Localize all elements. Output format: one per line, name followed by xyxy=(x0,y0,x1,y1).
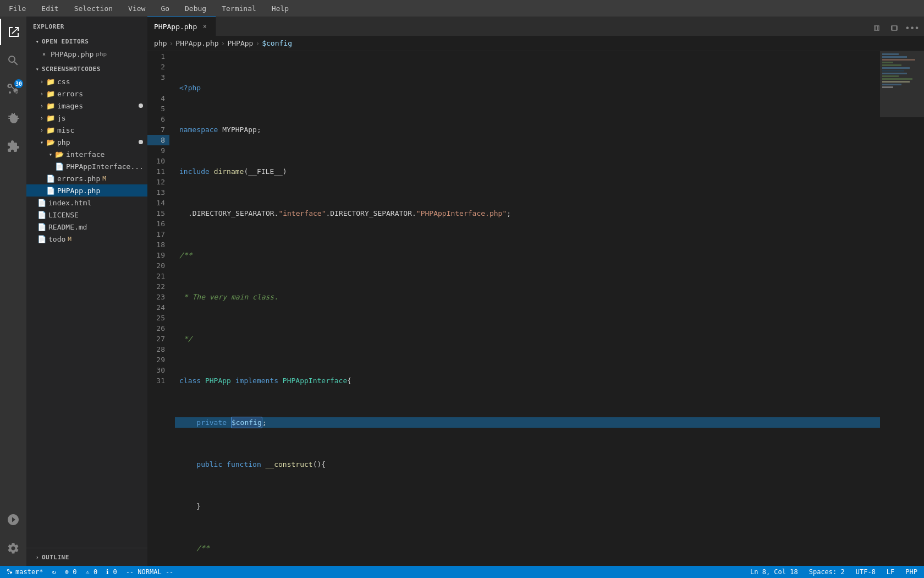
explorer-section: EXPLORER ▾ OPEN EDITORS × PHPApp.php php… xyxy=(26,17,147,249)
breadcrumb-filename[interactable]: PHPApp.php xyxy=(175,39,218,47)
code-line-9: public function __construct(){ xyxy=(175,459,880,470)
folder-errors[interactable]: › 📁 errors xyxy=(26,88,147,100)
tab-bar: PHPApp.php × ••• xyxy=(147,17,924,36)
code-line-6: */ xyxy=(175,334,880,344)
editor-area: PHPApp.php × ••• php › PHPApp.php › PHP xyxy=(147,17,924,566)
sync-button[interactable]: ↻ xyxy=(50,566,58,578)
file-icon: 📄 xyxy=(37,223,46,231)
open-file-phpapp[interactable]: × PHPApp.php php xyxy=(26,48,147,60)
debug-icon[interactable] xyxy=(0,105,26,131)
tab-close-button[interactable]: × xyxy=(200,22,209,31)
file-phpapp-php[interactable]: 📄 PHPApp.php xyxy=(26,184,147,197)
folder-images[interactable]: › 📁 images xyxy=(26,100,147,112)
menu-terminal[interactable]: Terminal xyxy=(218,3,260,14)
folder-icon: 📁 xyxy=(46,126,55,134)
toggle-sidebar-icon[interactable] xyxy=(887,20,902,36)
info-text: ℹ 0 xyxy=(106,568,117,576)
errors-chevron: › xyxy=(37,89,46,98)
warnings-count[interactable]: ⚠ 0 xyxy=(84,566,100,578)
warnings-text: ⚠ 0 xyxy=(86,568,98,576)
sidebar-spacer xyxy=(26,249,147,548)
menu-debug[interactable]: Debug xyxy=(182,3,210,14)
outline-title[interactable]: › OUTLINE xyxy=(26,550,147,564)
folder-css[interactable]: › 📁 css xyxy=(26,75,147,88)
source-control-icon[interactable]: 30 xyxy=(0,76,26,102)
interface-chevron: ▾ xyxy=(46,150,55,159)
open-editors-title[interactable]: ▾ OPEN EDITORS xyxy=(26,32,147,48)
remote-icon[interactable] xyxy=(0,506,26,533)
breadcrumb-member[interactable]: $config xyxy=(262,39,292,47)
folder-js[interactable]: › 📁 js xyxy=(26,112,147,124)
activity-bottom xyxy=(0,506,26,566)
more-actions-icon[interactable]: ••• xyxy=(904,20,920,36)
folder-interface[interactable]: ▾ 📂 interface xyxy=(26,148,147,160)
encoding[interactable]: UTF-8 xyxy=(854,566,878,578)
line-ending[interactable]: LF xyxy=(884,566,897,578)
file-phpappinterface[interactable]: 📄 PHPAppInterface... xyxy=(26,160,147,172)
file-errors-php[interactable]: 📄 errors.php M xyxy=(26,172,147,184)
code-line-3b: .DIRECTORY_SEPARATOR."interface".DIRECTO… xyxy=(175,208,880,219)
language-mode[interactable]: PHP xyxy=(903,566,920,578)
file-index-html[interactable]: 📄 index.html xyxy=(26,197,147,209)
info-count[interactable]: ℹ 0 xyxy=(104,566,119,578)
explorer-icon[interactable] xyxy=(0,19,26,45)
menu-view[interactable]: View xyxy=(125,3,148,14)
code-line-7: class PHPApp implements PHPAppInterface{ xyxy=(175,375,880,386)
folder-icon: 📁 xyxy=(46,102,55,110)
code-line-10: } xyxy=(175,501,880,511)
cursor-position[interactable]: Ln 8, Col 18 xyxy=(748,566,800,578)
file-icon: 📄 xyxy=(55,162,64,171)
explorer-title: EXPLORER xyxy=(26,21,147,32)
status-right: Ln 8, Col 18 Spaces: 2 UTF-8 LF PHP xyxy=(748,566,920,578)
tab-phpapp[interactable]: PHPApp.php × xyxy=(147,17,216,36)
extensions-icon[interactable] xyxy=(0,133,26,160)
file-readme[interactable]: 📄 README.md xyxy=(26,221,147,233)
search-icon[interactable] xyxy=(0,47,26,74)
misc-chevron: › xyxy=(37,126,46,134)
tab-bar-actions: ••• xyxy=(869,20,924,36)
menu-selection[interactable]: Selection xyxy=(71,3,116,14)
git-branch[interactable]: master* xyxy=(4,566,46,578)
menu-file[interactable]: File xyxy=(6,3,29,14)
main-container: 30 EXPLORER ▾ OPEN EDITORS × xyxy=(0,17,924,566)
settings-icon[interactable] xyxy=(0,535,26,561)
code-line-4: /** xyxy=(175,250,880,260)
php-modified-dot xyxy=(139,140,143,144)
errors-count[interactable]: ⊗ 0 xyxy=(63,566,79,578)
open-editors-chevron: ▾ xyxy=(33,37,42,46)
code-line-5: * The very main class. xyxy=(175,292,880,302)
sidebar: EXPLORER ▾ OPEN EDITORS × PHPApp.php php… xyxy=(26,17,147,566)
menu-go[interactable]: Go xyxy=(157,3,173,14)
code-line-2: namespace MYPHPApp; xyxy=(175,124,880,135)
menu-help[interactable]: Help xyxy=(268,3,292,14)
breadcrumb-class[interactable]: PHPApp xyxy=(227,39,253,47)
breadcrumb: php › PHPApp.php › PHPApp › $config xyxy=(147,36,924,51)
breadcrumb-php[interactable]: php xyxy=(154,39,167,47)
code-editor: 1 2 3 4 5 6 7 8 9 10 11 12 13 14 15 16 1… xyxy=(147,51,924,566)
css-chevron: › xyxy=(37,77,46,86)
sync-icon: ↻ xyxy=(52,568,56,576)
project-title[interactable]: ▾ SCREENSHOTCODES xyxy=(26,60,147,75)
folder-php[interactable]: ▾ 📂 php xyxy=(26,136,147,148)
project-chevron: ▾ xyxy=(33,64,42,73)
position-text: Ln 8, Col 18 xyxy=(750,568,798,576)
js-chevron: › xyxy=(37,113,46,122)
code-content[interactable]: <?php namespace MYPHPApp; include dirnam… xyxy=(175,51,880,566)
source-control-badge: 30 xyxy=(14,79,23,88)
split-editor-icon[interactable] xyxy=(869,20,884,36)
outline-chevron: › xyxy=(33,553,42,561)
line-numbers: 1 2 3 4 5 6 7 8 9 10 11 12 13 14 15 16 1… xyxy=(147,51,175,566)
close-icon[interactable]: × xyxy=(40,50,48,58)
vim-mode: -- NORMAL -- xyxy=(124,566,176,578)
file-license[interactable]: 📄 LICENSE xyxy=(26,209,147,221)
file-todo[interactable]: 📄 todo M xyxy=(26,233,147,245)
status-bar: master* ↻ ⊗ 0 ⚠ 0 ℹ 0 -- NORMAL -- Ln 8,… xyxy=(0,566,924,578)
indentation[interactable]: Spaces: 2 xyxy=(807,566,847,578)
file-icon: 📄 xyxy=(46,187,55,195)
folder-misc[interactable]: › 📁 misc xyxy=(26,124,147,136)
minimap xyxy=(880,51,924,566)
file-icon: 📄 xyxy=(46,175,55,183)
modified-indicator: M xyxy=(102,175,106,182)
menu-edit[interactable]: Edit xyxy=(38,3,62,14)
file-icon: 📄 xyxy=(37,235,46,243)
